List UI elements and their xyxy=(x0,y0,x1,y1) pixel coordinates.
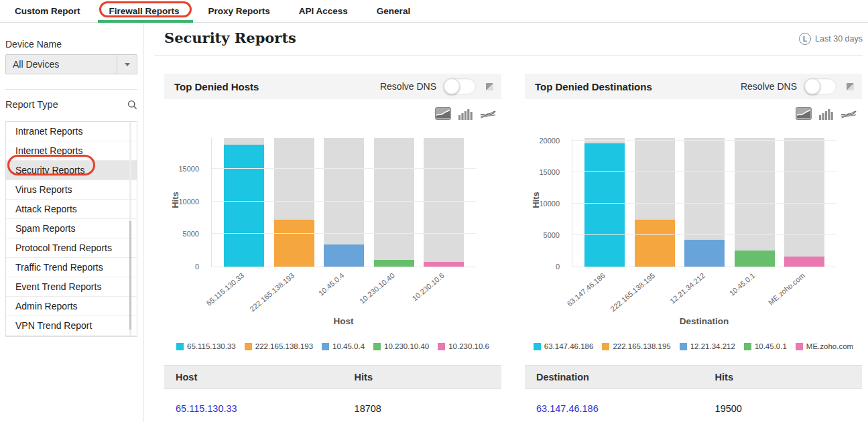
time-range-selector[interactable]: L Last 30 days xyxy=(799,33,863,45)
area-chart-icon[interactable] xyxy=(435,107,451,120)
device-select-dropdown[interactable]: All Devices xyxy=(5,54,137,74)
legend-item: 10.45.0.1 xyxy=(744,342,787,350)
chart-legend: 63.147.46.186222.165.138.19512.21.34.212… xyxy=(525,342,862,350)
legend-item: 10.230.10.6 xyxy=(438,342,489,350)
bar-10.230.10.6 xyxy=(424,138,464,267)
sidebar-item-protocol-trend-reports[interactable]: Protocol Trend Reports xyxy=(6,238,137,258)
sidebar-item-traffic-trend-reports[interactable]: Traffic Trend Reports xyxy=(6,258,137,277)
plot-area xyxy=(211,138,476,267)
x-axis-ticks: 65.115.130.33222.165.138.19310.45.0.410.… xyxy=(164,271,501,315)
legend-item: ME.zoho.com xyxy=(796,342,853,350)
column-header: Host xyxy=(164,366,343,389)
legend-swatch xyxy=(602,343,609,350)
sidebar-item-security-reports[interactable]: Security Reports xyxy=(6,161,137,180)
dropdown-caret-button[interactable] xyxy=(117,55,137,74)
legend-label: 10.45.0.4 xyxy=(332,342,365,350)
bar-fill xyxy=(324,244,364,267)
sidebar-item-intranet-reports[interactable]: Intranet Reports xyxy=(6,122,137,141)
legend-swatch xyxy=(245,343,252,350)
sidebar-item-admin-reports[interactable]: Admin Reports xyxy=(6,297,137,316)
y-tick-label: 20000 xyxy=(539,137,560,145)
tab-label: Custom Report xyxy=(15,6,80,16)
legend-swatch xyxy=(176,343,184,350)
legend-item: 222.165.138.193 xyxy=(245,342,313,350)
host-link[interactable]: 63.147.46.186 xyxy=(536,403,599,414)
sidebar-item-virus-reports[interactable]: Virus Reports xyxy=(6,180,137,200)
bar-fill xyxy=(424,262,464,267)
y-tick-label: 0 xyxy=(195,263,199,271)
resolve-dns-toggle[interactable] xyxy=(804,78,836,94)
bar-chart: Hits 050001000015000 65.115.130.33222.16… xyxy=(164,120,501,329)
scrollbar-thumb[interactable] xyxy=(129,221,131,330)
line-chart-icon[interactable] xyxy=(841,109,857,120)
tab-label: API Access xyxy=(299,6,348,16)
y-tick-label: 5000 xyxy=(544,231,560,239)
table-cell: 19500 xyxy=(704,389,862,422)
active-tab-underline xyxy=(98,20,193,23)
bar-10.230.10.40 xyxy=(374,138,414,267)
sidebar-item-spam-reports[interactable]: Spam Reports xyxy=(6,219,137,238)
line-chart-icon[interactable] xyxy=(480,109,496,120)
table-cell: 63.147.46.186 xyxy=(525,389,704,422)
legend-item: 65.115.130.33 xyxy=(176,342,236,350)
y-tick-label: 0 xyxy=(556,263,560,271)
y-tick-label: 15000 xyxy=(178,165,199,173)
tab-general[interactable]: General xyxy=(377,0,410,22)
resolve-dns-toggle[interactable] xyxy=(444,78,476,94)
legend-item: 10.45.0.4 xyxy=(322,342,365,350)
tab-firewall-reports[interactable]: Firewall Reports xyxy=(109,0,180,22)
legend-swatch xyxy=(680,343,687,350)
toggle-knob xyxy=(804,78,820,94)
y-axis-ticks: 05000100001500020000 xyxy=(525,138,566,267)
column-header: Hits xyxy=(704,366,862,389)
legend-label: 10.230.10.40 xyxy=(384,342,429,350)
title-divider xyxy=(154,55,863,56)
bar-fill xyxy=(374,260,414,267)
legend-label: 10.45.0.1 xyxy=(755,342,787,350)
report-panels: Top Denied Hosts Resolve DNS Hits 050001… xyxy=(164,74,862,422)
x-tick-label: 10.45.0.4 xyxy=(317,271,346,297)
bar-chart-icon[interactable] xyxy=(458,108,473,120)
sidebar-item-attack-reports[interactable]: Attack Reports xyxy=(6,200,137,219)
panel-top-denied-destinations: Top Denied Destinations Resolve DNS Hits… xyxy=(525,74,862,422)
bar-chart-icon[interactable] xyxy=(818,108,834,120)
tab-label: Proxy Reports xyxy=(208,6,270,16)
sidebar-item-event-trend-reports[interactable]: Event Trend Reports xyxy=(6,277,137,297)
panel-header: Top Denied Destinations Resolve DNS xyxy=(525,74,862,99)
sidebar-item-internet-reports[interactable]: Internet Reports xyxy=(6,141,137,161)
y-tick-label: 15000 xyxy=(539,168,560,176)
expand-icon[interactable] xyxy=(847,83,854,90)
legend-label: 65.115.130.33 xyxy=(187,342,236,350)
report-table: HostHits 65.115.130.3318708 xyxy=(164,365,501,422)
tab-proxy-reports[interactable]: Proxy Reports xyxy=(208,0,270,22)
chart-type-switcher xyxy=(525,105,862,120)
legend-label: 12.21.34.212 xyxy=(690,342,735,350)
host-link[interactable]: 65.115.130.33 xyxy=(176,403,237,414)
y-axis-ticks: 050001000015000 xyxy=(164,138,206,267)
x-tick-label: 10.45.0.1 xyxy=(728,271,757,297)
toggle-knob xyxy=(444,78,460,94)
legend-swatch xyxy=(373,343,381,350)
tab-api-access[interactable]: API Access xyxy=(299,0,348,22)
legend-label: 222.165.138.193 xyxy=(255,342,313,350)
background-bar xyxy=(374,138,414,267)
bar-fill xyxy=(784,257,824,267)
chart-legend: 65.115.130.33222.165.138.19310.45.0.410.… xyxy=(164,342,501,350)
area-chart-icon[interactable] xyxy=(796,107,812,120)
sidebar-item-vpn-trend-report[interactable]: VPN Trend Report xyxy=(6,316,137,336)
y-tick-label: 5000 xyxy=(183,230,199,238)
legend-swatch xyxy=(744,343,751,350)
resolve-dns-label: Resolve DNS xyxy=(380,81,436,92)
resolve-dns-label: Resolve DNS xyxy=(741,81,797,92)
table-row: 65.115.130.3318708 xyxy=(164,389,501,422)
device-name-label: Device Name xyxy=(5,39,62,50)
x-tick-label: 63.147.46.186 xyxy=(565,271,607,307)
x-axis-label: Host xyxy=(211,316,476,326)
sidebar: Device Name All Devices Report Type Intr… xyxy=(0,22,144,422)
gridline xyxy=(572,234,836,235)
tab-custom-report[interactable]: Custom Report xyxy=(15,0,80,22)
x-tick-label: 222.165.138.193 xyxy=(249,271,296,313)
search-icon[interactable] xyxy=(127,100,137,110)
clock-icon: L xyxy=(799,33,811,45)
expand-icon[interactable] xyxy=(486,83,493,90)
